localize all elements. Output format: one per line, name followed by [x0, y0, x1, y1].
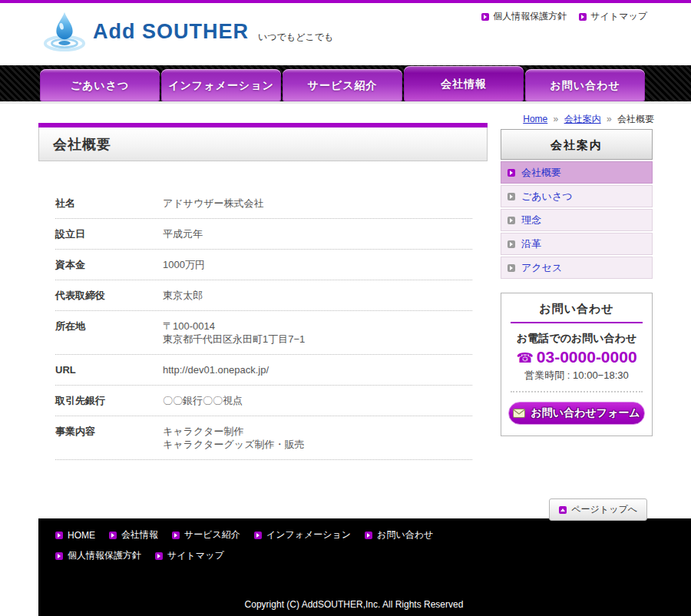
table-row: 事業内容 キャラクター制作キャラクターグッズ制作・販売	[55, 416, 472, 460]
content-columns: 会社概要 社名 アドサウザー株式会社 設立日 平成元年 資本金 1000万円	[38, 123, 653, 460]
arrow-bullet-icon	[508, 169, 515, 177]
tab-services[interactable]: サービス紹介	[283, 69, 402, 101]
arrow-bullet-icon	[508, 240, 515, 248]
main-column: 会社概要 社名 アドサウザー株式会社 設立日 平成元年 資本金 1000万円	[38, 123, 488, 460]
contact-phone-heading: お電話でのお問い合わせ	[501, 332, 652, 346]
sidebar-item-history[interactable]: 沿革	[501, 233, 653, 255]
tab-contact[interactable]: お問い合わせ	[525, 69, 645, 101]
footer-link-privacy-policy[interactable]: 個人情報保護方針	[55, 549, 141, 562]
row-label: 取引先銀行	[55, 394, 163, 407]
footer-links-row2: 個人情報保護方針 サイトマップ	[55, 549, 691, 562]
arrow-bullet-icon	[508, 264, 515, 272]
company-profile-table: 社名 アドサウザー株式会社 設立日 平成元年 資本金 1000万円 代表取締役 …	[55, 188, 472, 460]
privacy-policy-label: 個人情報保護方針	[493, 10, 567, 23]
footer-link-company-info[interactable]: 会社情報	[109, 528, 158, 541]
logo[interactable]: Add SOUTHER いつでもどこでも	[42, 9, 333, 54]
row-label: 事業内容	[55, 425, 163, 451]
footer-links-row1: HOME 会社情報 サービス紹介 インフォメーション お問い合わせ	[55, 528, 691, 541]
row-value: http://dev01.onepack.jp/	[163, 363, 269, 376]
footer-link-home[interactable]: HOME	[55, 528, 95, 541]
breadcrumb-home-link[interactable]: Home	[523, 114, 547, 124]
phone-icon: ☎	[516, 350, 533, 366]
contact-box: お問い合わせ お電話でのお問い合わせ ☎03-0000-0000 営業時間 : …	[501, 293, 653, 436]
table-row: 社名 アドサウザー株式会社	[55, 188, 472, 219]
breadcrumb-separator: »	[607, 114, 612, 124]
footer-link-sitemap[interactable]: サイトマップ	[155, 549, 224, 562]
row-value: キャラクター制作キャラクターグッズ制作・販売	[163, 425, 304, 451]
water-drop-icon	[42, 9, 87, 54]
header-top-links: 個人情報保護方針 サイトマップ	[481, 10, 647, 23]
contact-form-button[interactable]: お問い合わせフォーム	[508, 402, 645, 425]
contact-divider	[511, 391, 643, 392]
row-value: 〇〇銀行〇〇視点	[163, 394, 243, 407]
header: Add SOUTHER いつでもどこでも 個人情報保護方針 サイトマップ	[0, 3, 691, 65]
arrow-bullet-icon	[579, 13, 587, 21]
arrow-bullet-icon	[508, 217, 515, 224]
row-label: 代表取締役	[55, 289, 163, 302]
sidebar-item-greeting[interactable]: ごあいさつ	[501, 185, 653, 207]
arrow-bullet-icon	[254, 532, 262, 539]
footer-link-information[interactable]: インフォメーション	[254, 528, 351, 541]
footer-link-services[interactable]: サービス紹介	[172, 528, 240, 541]
arrow-bullet-icon	[172, 532, 180, 539]
logo-text: Add SOUTHER	[93, 20, 249, 44]
footer: HOME 会社情報 サービス紹介 インフォメーション お問い合わせ 個	[38, 518, 691, 616]
sidebar: 会社案内 会社概要 ごあいさつ 理念 沿革	[501, 129, 653, 460]
row-label: 資本金	[55, 258, 163, 271]
mail-icon	[513, 409, 525, 418]
footer-link-contact[interactable]: お問い合わせ	[365, 528, 433, 541]
page-top-row: ページトップへ	[0, 498, 691, 518]
tab-greeting[interactable]: ごあいさつ	[40, 69, 160, 101]
page-title: 会社概要	[38, 128, 488, 161]
breadcrumb-current: 会社概要	[617, 114, 654, 124]
page-body: Home » 会社案内 » 会社概要 会社概要 社名 アドサウザー株式会社 設立…	[0, 104, 691, 518]
table-row: URL http://dev01.onepack.jp/	[55, 355, 472, 386]
breadcrumb-company-link[interactable]: 会社案内	[564, 114, 601, 124]
row-label: 設立日	[55, 227, 163, 240]
table-row: 資本金 1000万円	[55, 250, 472, 280]
arrow-bullet-icon	[55, 532, 63, 539]
row-label: 所在地	[55, 320, 163, 346]
arrow-bullet-icon	[109, 532, 117, 539]
breadcrumb-separator: »	[554, 114, 559, 124]
arrow-bullet-icon	[55, 552, 63, 560]
row-value: 東京太郎	[163, 289, 203, 302]
sidebar-item-philosophy[interactable]: 理念	[501, 209, 653, 231]
table-row: 代表取締役 東京太郎	[55, 280, 472, 311]
breadcrumb: Home » 会社案内 » 会社概要	[0, 104, 691, 123]
tab-information[interactable]: インフォメーション	[161, 69, 281, 101]
row-value: アドサウザー株式会社	[163, 197, 264, 210]
contact-title: お問い合わせ	[511, 302, 643, 323]
sitemap-link[interactable]: サイトマップ	[579, 10, 647, 23]
row-label: 社名	[55, 197, 163, 210]
table-row: 取引先銀行 〇〇銀行〇〇視点	[55, 386, 472, 416]
arrow-bullet-icon	[155, 552, 163, 560]
privacy-policy-link[interactable]: 個人情報保護方針	[481, 10, 567, 23]
contact-phone: ☎03-0000-0000	[501, 348, 652, 366]
row-value: 〒100-0014東京都千代田区永田町1丁目7−1	[163, 320, 305, 346]
arrow-bullet-icon	[508, 193, 515, 200]
arrow-bullet-icon	[481, 13, 489, 21]
sitemap-label: サイトマップ	[590, 10, 647, 23]
tab-company-info[interactable]: 会社情報	[404, 66, 524, 101]
arrow-bullet-icon	[365, 532, 372, 539]
row-value: 平成元年	[163, 227, 203, 240]
copyright-text: Copyright (C) AddSOUTHER,Inc. All Rights…	[55, 599, 691, 610]
table-row: 設立日 平成元年	[55, 219, 472, 250]
table-row: 所在地 〒100-0014東京都千代田区永田町1丁目7−1	[55, 311, 472, 355]
business-hours: 営業時間 : 10:00−18:30	[501, 369, 652, 383]
row-value: 1000万円	[163, 258, 205, 271]
phone-number: 03-0000-0000	[537, 348, 637, 366]
logo-tagline: いつでもどこでも	[258, 31, 333, 44]
sidebar-item-company-overview[interactable]: 会社概要	[501, 161, 653, 184]
page: Add SOUTHER いつでもどこでも 個人情報保護方針 サイトマップ ごあい…	[0, 0, 691, 616]
arrow-up-icon	[559, 506, 567, 514]
row-label: URL	[55, 363, 163, 376]
page-top-button[interactable]: ページトップへ	[549, 498, 647, 521]
main-nav: ごあいさつ インフォメーション サービス紹介 会社情報 お問い合わせ	[0, 65, 691, 104]
sidebar-item-access[interactable]: アクセス	[501, 257, 653, 279]
sidebar-nav-title: 会社案内	[501, 129, 653, 160]
